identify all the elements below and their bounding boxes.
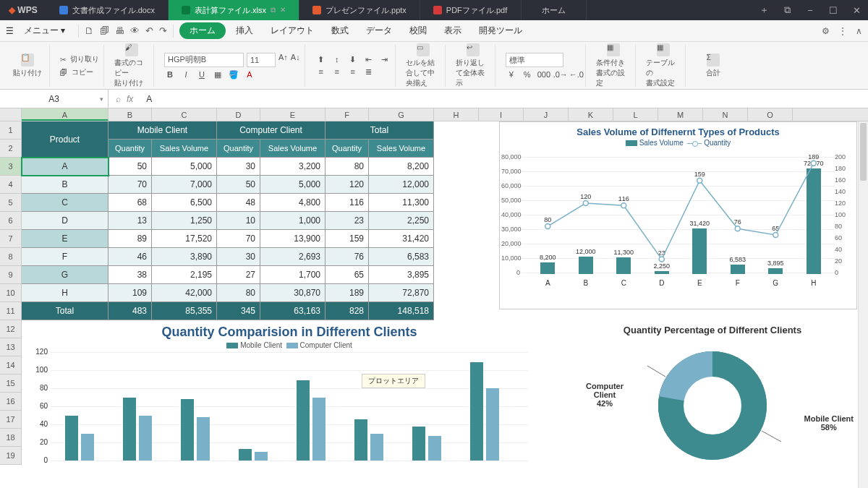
number-format-select[interactable]: 標準 (506, 53, 563, 67)
table-row-7-col-6[interactable]: 72,870 (369, 284, 434, 302)
table-row-0-col-2[interactable]: 5,000 (152, 158, 217, 176)
table-row-4-col-5[interactable]: 159 (326, 230, 369, 248)
increase-font-icon[interactable]: A↑ (278, 53, 288, 67)
col-header-A[interactable]: A (22, 108, 109, 121)
row-header-9[interactable]: 9 (0, 266, 21, 284)
col-header-M[interactable]: M (658, 108, 703, 121)
search-icon[interactable]: ⌕ (116, 94, 121, 104)
table-row-5-col-5[interactable]: 76 (326, 248, 369, 266)
table-row-6-product[interactable]: G (22, 266, 109, 284)
doc-tab-home[interactable]: ホーム (522, 0, 587, 20)
align-middle-icon[interactable]: ↕ (331, 55, 343, 64)
row-header-3[interactable]: 3 (0, 158, 21, 176)
menu-formula[interactable]: 数式 (324, 22, 356, 40)
table-row-7-col-3[interactable]: 80 (217, 284, 260, 302)
table-total-4[interactable]: 63,163 (260, 302, 326, 320)
sum-button[interactable]: Σ合計 (696, 53, 731, 78)
dec-inc-icon[interactable]: .0→ (553, 70, 565, 79)
table-row-2-product[interactable]: C (22, 194, 109, 212)
table-row-0-col-4[interactable]: 3,200 (260, 158, 326, 176)
tab-close-icon[interactable]: ✕ (280, 6, 286, 14)
row-header-18[interactable]: 18 (0, 429, 21, 447)
window-minimize-icon[interactable]: − (799, 0, 822, 20)
table-header-computer[interactable]: Computer Client (217, 121, 326, 140)
settings-icon[interactable]: ⚙ (822, 26, 830, 36)
table-row-2-col-4[interactable]: 4,800 (260, 194, 326, 212)
table-row-3-col-2[interactable]: 1,250 (152, 212, 217, 230)
table-row-3-col-6[interactable]: 2,250 (369, 212, 434, 230)
table-subheader-5[interactable]: Sales Volume (369, 140, 434, 158)
table-row-4-col-4[interactable]: 13,900 (260, 230, 326, 248)
table-row-7-col-1[interactable]: 109 (109, 284, 152, 302)
combo-chart[interactable]: Sales Volume of Diffenernt Types of Prod… (499, 121, 857, 309)
hamburger-icon[interactable]: ☰ (6, 26, 14, 36)
table-row-7-product[interactable]: H (22, 284, 109, 302)
window-restore-icon[interactable]: ⧉ (775, 0, 799, 20)
col-header-O[interactable]: O (748, 108, 793, 121)
table-row-3-product[interactable]: D (22, 212, 109, 230)
table-row-6-col-5[interactable]: 65 (326, 266, 369, 284)
table-row-6-col-3[interactable]: 27 (217, 266, 260, 284)
bold-button[interactable]: B (164, 70, 176, 80)
row-header-10[interactable]: 10 (0, 284, 21, 302)
vertical-scrollbar[interactable] (858, 121, 868, 488)
indent-inc-icon[interactable]: ⇥ (379, 55, 391, 64)
table-subheader-0[interactable]: Quantity (109, 140, 152, 158)
name-box[interactable]: A3 (0, 90, 109, 108)
table-total-5[interactable]: 828 (326, 302, 369, 320)
table-row-6-col-6[interactable]: 3,895 (369, 266, 434, 284)
table-row-5-col-3[interactable]: 30 (217, 248, 260, 266)
table-row-5-col-6[interactable]: 6,583 (369, 248, 434, 266)
table-row-0-product[interactable]: A (22, 158, 109, 176)
row-header-7[interactable]: 7 (0, 230, 21, 248)
qat-preview-icon[interactable]: 👁 (130, 25, 140, 36)
row-header-12[interactable]: 12 (0, 320, 21, 338)
menu-view[interactable]: 表示 (437, 22, 469, 40)
table-header-total[interactable]: Total (326, 121, 434, 140)
row-header-4[interactable]: 4 (0, 176, 21, 194)
window-close-icon[interactable]: ✕ (845, 0, 868, 20)
col-header-H[interactable]: H (434, 108, 479, 121)
col-header-E[interactable]: E (260, 108, 326, 121)
qat-redo-icon[interactable]: ↷ (159, 25, 167, 36)
percent-icon[interactable]: % (522, 70, 533, 79)
table-total-2[interactable]: 85,355 (152, 302, 217, 320)
table-row-0-col-3[interactable]: 30 (217, 158, 260, 176)
col-header-N[interactable]: N (703, 108, 748, 121)
menu-dev[interactable]: 開発ツール (472, 22, 529, 40)
scrollbar-thumb[interactable] (860, 123, 867, 181)
fill-color-button[interactable]: 🪣 (228, 70, 239, 80)
formula-input[interactable]: A (140, 94, 868, 104)
col-header-D[interactable]: D (217, 108, 260, 121)
table-row-2-col-1[interactable]: 68 (109, 194, 152, 212)
menu-insert[interactable]: 挿入 (229, 22, 260, 40)
row-header-5[interactable]: 5 (0, 194, 21, 212)
donut-chart[interactable]: Quantity Percentage of Different Clients (564, 320, 861, 487)
table-row-2-col-3[interactable]: 48 (217, 194, 260, 212)
fx-icon[interactable]: fx (127, 94, 133, 104)
table-header-product[interactable]: Product (22, 121, 109, 158)
row-header-8[interactable]: 8 (0, 248, 21, 266)
row-header-13[interactable]: 13 (0, 338, 21, 356)
table-row-5-col-4[interactable]: 2,693 (260, 248, 326, 266)
col-header-G[interactable]: G (369, 108, 434, 121)
table-row-7-col-2[interactable]: 42,000 (152, 284, 217, 302)
font-color-button[interactable]: A (244, 70, 255, 80)
border-button[interactable]: ▦ (212, 70, 224, 80)
row-header-6[interactable]: 6 (0, 212, 21, 230)
format-painter-button[interactable]: 🖌書式のコピー 貼り付け (114, 43, 149, 88)
table-row-6-col-4[interactable]: 1,700 (260, 266, 326, 284)
table-row-0-col-5[interactable]: 80 (326, 158, 369, 176)
table-row-1-col-1[interactable]: 70 (109, 176, 152, 194)
table-row-2-col-6[interactable]: 11,300 (369, 194, 434, 212)
qat-save-icon[interactable]: 🗋 (85, 25, 94, 36)
qat-print-icon[interactable]: 🖶 (115, 25, 124, 36)
merge-cells-button[interactable]: ▭セルを結合して中央揃え (406, 43, 441, 88)
doc-tab-spreadsheet[interactable]: 表計算ファイル.xlsx⧉✕ (169, 0, 299, 20)
table-row-1-col-6[interactable]: 12,000 (369, 176, 434, 194)
table-subheader-4[interactable]: Quantity (326, 140, 369, 158)
select-all-corner[interactable] (0, 108, 22, 121)
align-center-icon[interactable]: ≡ (331, 67, 343, 77)
window-maximize-icon[interactable]: ☐ (822, 0, 845, 20)
doc-tab-pdf[interactable]: PDFファイル.pdf (420, 0, 522, 20)
